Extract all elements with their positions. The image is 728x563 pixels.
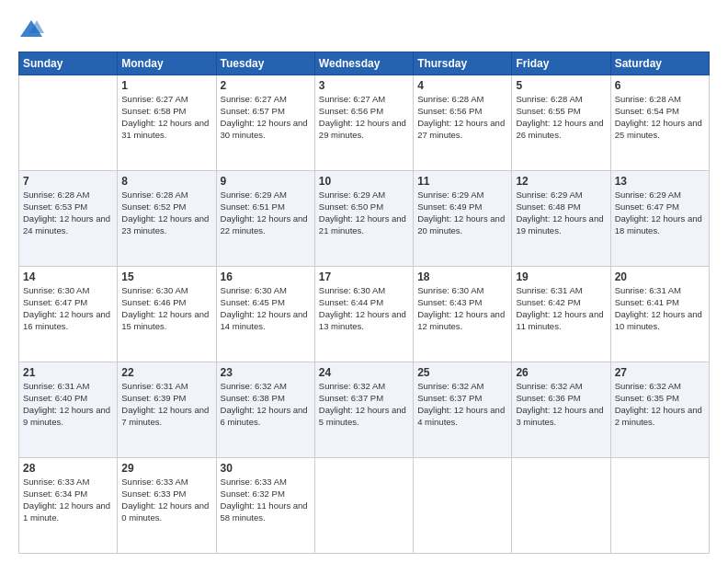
calendar-cell: 8Sunrise: 6:28 AMSunset: 6:52 PMDaylight… <box>118 171 216 267</box>
calendar-cell <box>314 458 413 554</box>
calendar-cell: 21Sunrise: 6:31 AMSunset: 6:40 PMDayligh… <box>19 362 118 458</box>
calendar-cell: 27Sunrise: 6:32 AMSunset: 6:35 PMDayligh… <box>610 362 709 458</box>
sunrise-text: Sunrise: 6:29 AM <box>516 190 582 200</box>
sunset-text: Sunset: 6:44 PM <box>319 297 383 307</box>
sunset-text: Sunset: 6:39 PM <box>121 393 186 403</box>
calendar-cell: 29Sunrise: 6:33 AMSunset: 6:33 PMDayligh… <box>118 458 216 554</box>
week-row-3: 14Sunrise: 6:30 AMSunset: 6:47 PMDayligh… <box>19 267 710 362</box>
sunset-text: Sunset: 6:40 PM <box>23 393 87 403</box>
calendar-cell: 7Sunrise: 6:28 AMSunset: 6:53 PMDaylight… <box>19 171 118 267</box>
daylight-text: Daylight: 12 hours and 3 minutes. <box>516 405 603 427</box>
weekday-header-tuesday: Tuesday <box>216 52 314 75</box>
day-number: 20 <box>615 270 705 284</box>
sunrise-text: Sunrise: 6:30 AM <box>319 285 385 295</box>
weekday-header-wednesday: Wednesday <box>314 52 413 75</box>
daylight-text: Daylight: 12 hours and 13 minutes. <box>319 309 406 331</box>
calendar-cell: 3Sunrise: 6:27 AMSunset: 6:56 PMDaylight… <box>314 75 413 171</box>
sunrise-text: Sunrise: 6:32 AM <box>615 381 681 391</box>
daylight-text: Daylight: 12 hours and 12 minutes. <box>417 309 505 331</box>
day-number: 26 <box>516 365 606 380</box>
daylight-text: Daylight: 12 hours and 14 minutes. <box>221 309 308 331</box>
calendar-cell: 10Sunrise: 6:29 AMSunset: 6:50 PMDayligh… <box>314 171 413 267</box>
day-number: 1 <box>121 78 211 93</box>
sunset-text: Sunset: 6:56 PM <box>319 106 383 116</box>
header <box>18 17 710 42</box>
sunrise-text: Sunrise: 6:27 AM <box>121 94 188 104</box>
sunset-text: Sunset: 6:48 PM <box>516 201 580 212</box>
day-number: 27 <box>615 365 705 380</box>
day-number: 25 <box>417 365 507 380</box>
calendar-cell: 1Sunrise: 6:27 AMSunset: 6:58 PMDaylight… <box>118 75 216 171</box>
sunrise-text: Sunrise: 6:31 AM <box>121 381 188 391</box>
week-row-1: 1Sunrise: 6:27 AMSunset: 6:58 PMDaylight… <box>19 75 710 171</box>
sunset-text: Sunset: 6:57 PM <box>221 106 285 116</box>
daylight-text: Daylight: 12 hours and 26 minutes. <box>516 118 603 140</box>
daylight-text: Daylight: 12 hours and 20 minutes. <box>417 213 505 236</box>
day-number: 23 <box>221 365 311 380</box>
sunrise-text: Sunrise: 6:27 AM <box>221 94 287 104</box>
day-number: 9 <box>221 174 311 189</box>
sunrise-text: Sunrise: 6:29 AM <box>221 190 287 200</box>
calendar-cell: 30Sunrise: 6:33 AMSunset: 6:32 PMDayligh… <box>216 458 314 554</box>
daylight-text: Daylight: 12 hours and 19 minutes. <box>516 213 603 236</box>
sunset-text: Sunset: 6:37 PM <box>319 393 383 403</box>
sunrise-text: Sunrise: 6:29 AM <box>417 190 483 200</box>
sunrise-text: Sunrise: 6:29 AM <box>319 190 385 200</box>
sunrise-text: Sunrise: 6:33 AM <box>23 477 89 487</box>
sunrise-text: Sunrise: 6:32 AM <box>516 381 582 391</box>
sunset-text: Sunset: 6:33 PM <box>121 488 186 499</box>
sunset-text: Sunset: 6:35 PM <box>615 393 679 403</box>
sunset-text: Sunset: 6:36 PM <box>516 393 580 403</box>
sunrise-text: Sunrise: 6:28 AM <box>417 94 483 104</box>
week-row-5: 28Sunrise: 6:33 AMSunset: 6:34 PMDayligh… <box>19 458 710 554</box>
calendar-cell: 25Sunrise: 6:32 AMSunset: 6:37 PMDayligh… <box>414 362 512 458</box>
calendar-cell: 2Sunrise: 6:27 AMSunset: 6:57 PMDaylight… <box>216 75 314 171</box>
sunset-text: Sunset: 6:47 PM <box>615 201 679 212</box>
sunrise-text: Sunrise: 6:32 AM <box>221 381 287 391</box>
sunset-text: Sunset: 6:45 PM <box>221 297 285 307</box>
weekday-header-monday: Monday <box>118 52 216 75</box>
day-number: 28 <box>23 461 113 476</box>
day-number: 10 <box>319 174 409 189</box>
calendar-cell: 26Sunrise: 6:32 AMSunset: 6:36 PMDayligh… <box>512 362 610 458</box>
calendar-cell: 11Sunrise: 6:29 AMSunset: 6:49 PMDayligh… <box>414 171 512 267</box>
sunrise-text: Sunrise: 6:28 AM <box>23 190 89 200</box>
logo <box>18 17 48 42</box>
calendar-cell: 4Sunrise: 6:28 AMSunset: 6:56 PMDaylight… <box>414 75 512 171</box>
weekday-header-sunday: Sunday <box>19 52 118 75</box>
day-number: 8 <box>121 174 211 189</box>
calendar-cell: 17Sunrise: 6:30 AMSunset: 6:44 PMDayligh… <box>314 267 413 362</box>
daylight-text: Daylight: 12 hours and 31 minutes. <box>121 118 209 140</box>
calendar-cell <box>610 458 709 554</box>
sunset-text: Sunset: 6:34 PM <box>23 488 87 499</box>
day-number: 2 <box>221 78 311 93</box>
daylight-text: Daylight: 12 hours and 29 minutes. <box>319 118 406 140</box>
sunrise-text: Sunrise: 6:30 AM <box>221 285 287 295</box>
daylight-text: Daylight: 12 hours and 23 minutes. <box>121 213 209 236</box>
daylight-text: Daylight: 12 hours and 2 minutes. <box>615 405 702 427</box>
daylight-text: Daylight: 12 hours and 11 minutes. <box>516 309 603 331</box>
day-number: 16 <box>221 270 311 284</box>
day-number: 12 <box>516 174 606 189</box>
sunrise-text: Sunrise: 6:30 AM <box>23 285 89 295</box>
day-number: 6 <box>615 78 705 93</box>
calendar-cell: 19Sunrise: 6:31 AMSunset: 6:42 PMDayligh… <box>512 267 610 362</box>
daylight-text: Daylight: 12 hours and 22 minutes. <box>221 213 308 236</box>
sunset-text: Sunset: 6:49 PM <box>417 201 482 212</box>
day-number: 13 <box>615 174 705 189</box>
day-number: 19 <box>516 270 606 284</box>
day-number: 30 <box>221 461 311 476</box>
sunset-text: Sunset: 6:56 PM <box>417 106 482 116</box>
day-number: 5 <box>516 78 606 93</box>
daylight-text: Daylight: 12 hours and 9 minutes. <box>23 405 110 427</box>
calendar: SundayMondayTuesdayWednesdayThursdayFrid… <box>18 52 710 554</box>
weekday-header-row: SundayMondayTuesdayWednesdayThursdayFrid… <box>19 52 710 75</box>
calendar-cell: 13Sunrise: 6:29 AMSunset: 6:47 PMDayligh… <box>610 171 709 267</box>
sunset-text: Sunset: 6:55 PM <box>516 106 580 116</box>
sunrise-text: Sunrise: 6:27 AM <box>319 94 385 104</box>
daylight-text: Daylight: 12 hours and 6 minutes. <box>221 405 308 427</box>
sunrise-text: Sunrise: 6:28 AM <box>615 94 681 104</box>
daylight-text: Daylight: 12 hours and 15 minutes. <box>121 309 209 331</box>
daylight-text: Daylight: 12 hours and 4 minutes. <box>417 405 505 427</box>
daylight-text: Daylight: 12 hours and 7 minutes. <box>121 405 209 427</box>
